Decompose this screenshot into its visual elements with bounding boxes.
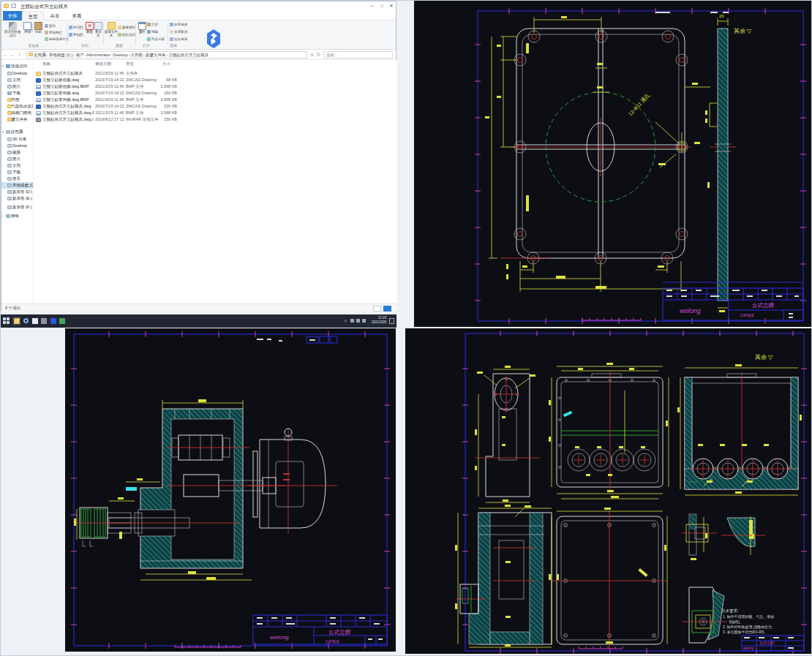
easy-access-button[interactable]: 轻松访问 (118, 32, 135, 38)
svg-text:其余: 其余 (734, 28, 745, 34)
rename-button[interactable]: 重命名 (94, 22, 103, 41)
sidebar-item-videos[interactable]: 视频 (1, 149, 33, 156)
crumb-desktop[interactable]: Desktop (113, 53, 128, 57)
svg-text:其余: 其余 (755, 354, 767, 361)
sidebar-item-pc-pictures[interactable]: 图片 (1, 156, 33, 162)
select-none-button[interactable]: 全部取消 (170, 29, 187, 35)
maximize-button[interactable]: □ (377, 2, 386, 10)
tab-view[interactable]: 查看 (66, 11, 88, 20)
selection-highlight[interactable] (126, 487, 137, 491)
taskbar-office-icon[interactable] (58, 317, 66, 325)
sidebar-item-folder3[interactable]: 立体阀门图纸 (1, 110, 33, 116)
tray-chevron-icon[interactable]: ∧ (345, 319, 347, 323)
sidebar-this-pc[interactable]: ∨此电脑 (1, 129, 33, 135)
sidebar-item-pc-documents[interactable]: 文档 (1, 162, 33, 169)
sidebar-item-d-drive[interactable]: 新加卷 (D:) (1, 189, 33, 195)
open-button[interactable]: 打开 (147, 22, 158, 28)
explorer-titlebar[interactable]: 立體鉆合式升立鉆模具 ─ □ ✕ (1, 1, 396, 11)
search-input[interactable]: 搜索... (323, 51, 393, 59)
file-row[interactable]: 立體立鉆俯視圖.dwg.BMP 2021/3/29 11:46 BMP 文件 3… (34, 83, 397, 90)
copy-button[interactable]: 复制 (22, 22, 33, 41)
refresh-icon[interactable]: ↻ (315, 51, 322, 59)
copy-path-button[interactable]: 复制路径 (45, 30, 62, 36)
window-title: 立體鉆合式升立鉆模具 (20, 4, 68, 10)
thumbnail-view-button[interactable] (383, 306, 391, 312)
new-folder-button[interactable]: 新建文件夹 (105, 22, 118, 41)
crumb-current[interactable]: 立體鉆合式升立鉆模具 (168, 53, 208, 57)
screenshot-canvas: 立體鉆合式升立鉆模具 ─ □ ✕ 文件 主页 共享 查看 固定到快速访问 复制 … (0, 0, 812, 656)
sidebar-item-pictures[interactable]: 图片 (1, 83, 33, 90)
column-header-date[interactable]: 修改日期 (95, 61, 111, 67)
back-icon[interactable]: ← (2, 51, 9, 59)
file-row[interactable]: 立體立鉆零件圖.dwg 2016/7/19 14:22 ZWCAD.Drawin… (34, 90, 397, 97)
notification-center-icon[interactable] (389, 318, 394, 324)
crumb-users[interactable]: 用户 (75, 53, 83, 57)
dwg-file-icon (36, 91, 41, 96)
minimize-button[interactable]: ─ (368, 2, 377, 10)
taskbar-app-icon[interactable] (40, 317, 48, 325)
quick-toolbar-icon[interactable] (11, 4, 16, 8)
column-header-name[interactable]: 名称 (42, 61, 50, 67)
pin-quick-access-button[interactable]: 固定到快速访问 (3, 22, 22, 41)
tab-home[interactable]: 主页 (22, 11, 44, 20)
sidebar-item-3d[interactable]: 3D 对象 (1, 136, 33, 143)
svg-text:等缺陷。: 等缺陷。 (729, 619, 743, 625)
sidebar-item-folder1[interactable]: 凡乔图 (1, 97, 33, 103)
taskbar-explorer-icon[interactable] (12, 317, 20, 325)
select-all-button[interactable]: 全部选择 (170, 22, 187, 28)
tray-icon[interactable] (362, 319, 366, 323)
edit-button[interactable]: 编辑 (147, 29, 158, 35)
file-row[interactable]: 立體鉆合式升立鉆模具.dwg 2016/7/19 14:22 ZWCAD.Dra… (34, 103, 397, 110)
crumb-admin[interactable]: Administrator (86, 53, 110, 57)
tab-file[interactable]: 文件 (3, 11, 22, 20)
breadcrumb[interactable]: 此电脑›本地磁盘 (C:)›用户›Administrator›Desktop›凡… (26, 51, 307, 59)
cut-button[interactable]: 剪切 (45, 23, 56, 29)
tray-icon[interactable] (356, 319, 360, 323)
sidebar-item-documents[interactable]: 文档 (1, 77, 33, 83)
invert-selection-button[interactable]: 反向选择 (170, 37, 187, 42)
sidebar-quick-access[interactable]: ∨快速访问 (1, 63, 33, 69)
sidebar-item-f-drive[interactable]: 新加卷 (F:) (1, 204, 33, 211)
copy-to-button[interactable]: 复制到 (69, 32, 83, 38)
svg-text:12-Φ11 通孔: 12-Φ11 通孔 (627, 91, 652, 117)
crumb-folder1[interactable]: 凡乔图 (131, 53, 143, 57)
forward-icon[interactable]: → (9, 51, 15, 59)
sidebar-item-pc-downloads[interactable]: 下载 (1, 169, 33, 176)
details-view-button[interactable] (373, 306, 381, 312)
file-row[interactable]: 立體立鉆零件圖.dwg.BMP 2021/3/29 11:46 BMP 文件 3… (34, 97, 397, 103)
file-row[interactable]: 立體鉆合式升立鉆模具.dwg.rar 2016/8/12 17:12 WinRA… (34, 116, 397, 123)
up-icon[interactable]: ↑ (16, 51, 23, 59)
start-button[interactable] (2, 317, 10, 325)
new-item-button[interactable]: 新建项目 (118, 25, 135, 31)
file-row[interactable]: 立體鉆合式升立鉆模具.dwg.BMP 2021/3/29 11:46 BMP 文… (34, 110, 397, 116)
sidebar-item-e-drive[interactable]: 新加卷 (E:) (1, 195, 33, 202)
sidebar-item-pc-desktop[interactable]: Desktop (1, 143, 33, 149)
taskbar-clock[interactable]: 12:29 2021/3/29 (372, 316, 386, 325)
move-to-button[interactable]: 移动到 (69, 25, 83, 31)
paste-shortcut-button[interactable]: 粘贴快捷方式 (45, 37, 69, 42)
sidebar-network[interactable]: ›网络 (1, 213, 33, 219)
taskbar-zwcad-icon[interactable] (49, 317, 57, 325)
paste-button[interactable]: 粘贴 (33, 22, 44, 41)
crumb-this-pc[interactable]: 此电脑 (34, 53, 47, 57)
sidebar-item-folder4[interactable]: 新建文件夹 (1, 116, 33, 123)
sidebar-item-folder2[interactable]: 空气能热水器接线图 (1, 103, 33, 110)
file-row[interactable]: 立體鉆合式升立鉆模具 2021/3/29 11:46 文件夹 (34, 70, 397, 77)
sidebar-item-music[interactable]: 音乐 (1, 176, 33, 182)
taskbar-search-icon[interactable] (22, 317, 30, 325)
history-button[interactable]: 历史记录 (147, 37, 165, 42)
sidebar-item-desktop[interactable]: Desktop (1, 70, 33, 77)
properties-button[interactable]: 属性 (137, 22, 147, 41)
close-button[interactable]: ✕ (387, 2, 396, 10)
column-header-size[interactable]: 大小 (162, 61, 170, 67)
tab-share[interactable]: 共享 (44, 11, 66, 20)
crumb-c-drive[interactable]: 本地磁盘 (C:) (49, 53, 73, 57)
column-header-type[interactable]: 类型 (126, 61, 134, 67)
sidebar-item-downloads[interactable]: 下载 (1, 90, 33, 97)
crumb-folder2[interactable]: 新建文件夹 (146, 53, 166, 57)
taskbar-document-icon[interactable] (31, 317, 39, 325)
file-row[interactable]: 立體立鉆俯視圖.dwg 2016/7/19 14:22 ZWCAD.Drawin… (34, 77, 397, 83)
address-dropdown-icon[interactable]: ∨ (309, 51, 315, 59)
sidebar-item-c-drive[interactable]: 本地磁盘 (C:) (1, 182, 33, 189)
tray-icon[interactable] (350, 319, 354, 323)
